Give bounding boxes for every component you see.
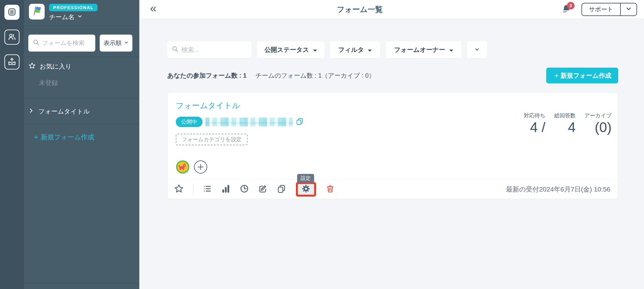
metric-value: 4 / (524, 120, 545, 134)
flag-logo-icon (31, 5, 43, 19)
copy-icon (277, 184, 286, 194)
form-group-label: フォームタイトル (38, 107, 90, 116)
status-badge: 公開中 (176, 117, 203, 127)
rail-members-button[interactable] (4, 30, 19, 45)
sidebar: PROFESSIONAL チーム名 表示順 (24, 0, 139, 289)
form-title-link[interactable]: フォームタイトル (176, 100, 240, 111)
metric-value: 4 (554, 120, 575, 134)
bell-icon (561, 9, 571, 15)
icon-rail (0, 0, 24, 289)
team-name-label: チーム名 (49, 13, 75, 21)
stats-row: あなたの参加フォーム数 : 1 チームのフォーム数 : 1（アーカイブ : 0）… (167, 68, 618, 83)
main-area: « フォーム一覧 3 サポート (139, 0, 644, 289)
dropdown-arrow-icon (368, 46, 372, 53)
star-icon (174, 184, 184, 195)
rail-forms-button[interactable] (4, 5, 19, 20)
chevron-down-icon (77, 14, 83, 21)
delete-form-button[interactable] (326, 184, 335, 194)
filter-row: 公開ステータス フィルタ フォームオーナー (167, 41, 618, 58)
filter-label: フィルタ (338, 46, 364, 54)
list-search-input[interactable] (181, 46, 248, 53)
support-button[interactable]: サポート (582, 3, 620, 15)
metric-waiting: 対応待ち 4 / (524, 112, 545, 134)
rail-inbox-button[interactable] (4, 54, 19, 69)
dropdown-arrow-icon (449, 46, 453, 53)
sidebar-bottom-divider (24, 283, 139, 283)
support-menu-button[interactable] (621, 3, 636, 15)
new-form-button[interactable]: ＋ 新規フォーム作成 (546, 68, 618, 83)
inbox-upload-icon (8, 57, 16, 67)
favorites-item[interactable]: お気に入り (28, 62, 135, 71)
metric-label: アーカイブ (584, 112, 612, 119)
member-avatar[interactable] (176, 160, 190, 174)
content: 公開ステータス フィルタ フォームオーナー (139, 19, 644, 199)
star-icon (28, 62, 36, 71)
latest-reception-label: 最新の受付2024年6月7日(金) 10:56 (506, 185, 610, 194)
collapse-sidebar-button[interactable]: « (150, 3, 158, 16)
analytics-button[interactable] (221, 184, 230, 194)
top-header: « フォーム一覧 3 サポート (139, 0, 644, 19)
new-form-button-label: 新規フォーム作成 (561, 71, 611, 80)
sidebar-new-form-label: 新規フォーム作成 (41, 133, 94, 142)
support-split-button: サポート (581, 3, 637, 16)
add-member-button[interactable] (194, 160, 208, 174)
form-counts: あなたの参加フォーム数 : 1 チームのフォーム数 : 1（アーカイブ : 0） (167, 71, 375, 80)
form-group-item[interactable]: フォームタイトル (28, 107, 135, 116)
members-icon (8, 32, 16, 42)
more-filters-button[interactable] (467, 41, 487, 58)
formrun-logo[interactable] (29, 4, 45, 19)
metric-label: 総回答数 (554, 112, 575, 119)
sort-order-button[interactable]: 表示順 (100, 35, 132, 52)
set-category-button[interactable]: フォームカテゴリを設定 (176, 134, 247, 145)
owner-filter-dropdown[interactable]: フォームオーナー (386, 41, 462, 58)
my-form-count: あなたの参加フォーム数 : 1 (167, 71, 247, 80)
metric-label: 対応待ち (524, 112, 545, 119)
favorites-label: お気に入り (40, 62, 71, 71)
search-icon (172, 46, 179, 54)
metric-archive: アーカイブ (0) (584, 112, 612, 134)
favorites-section: お気に入り 未登録 (24, 57, 139, 93)
footer-divider (193, 184, 193, 195)
member-row (176, 160, 610, 174)
clock-icon (240, 184, 249, 194)
team-form-count: チームのフォーム数 : 1（アーカイブ : 0） (255, 71, 375, 80)
status-filter-dropdown[interactable]: 公開ステータス (257, 41, 325, 58)
form-search-input[interactable] (42, 40, 92, 47)
plus-icon: ＋ (553, 71, 560, 80)
copy-url-button[interactable] (296, 117, 304, 126)
bar-chart-icon (221, 184, 230, 194)
notifications-button[interactable]: 3 (561, 4, 573, 15)
dropdown-arrow-icon (313, 46, 317, 53)
form-metrics: 対応待ち 4 / 総回答数 4 アーカイブ (0) (524, 112, 612, 134)
trash-icon (326, 184, 335, 194)
form-list-icon (8, 8, 16, 17)
sidebar-header: PROFESSIONAL チーム名 (24, 0, 139, 26)
chevron-right-icon (28, 108, 34, 115)
team-name-button[interactable]: チーム名 (49, 13, 83, 21)
history-button[interactable] (240, 184, 249, 194)
search-icon (33, 39, 40, 47)
form-search-box[interactable] (28, 35, 95, 52)
owner-filter-label: フォームオーナー (394, 46, 445, 54)
card-action-icons: 設定 (174, 182, 335, 197)
notification-count-badge: 3 (567, 2, 575, 9)
filter-dropdown[interactable]: フィルタ (330, 41, 380, 58)
metric-total: 総回答数 4 (554, 112, 575, 134)
chevron-down-icon (124, 40, 129, 47)
settings-button[interactable]: 設定 (296, 182, 316, 197)
chevron-down-icon (625, 5, 632, 13)
card-footer: 設定 最新の受付2024年6月7日(金) 10:56 (168, 179, 618, 199)
plus-circle-icon (194, 160, 208, 174)
responses-list-button[interactable] (203, 184, 212, 194)
plus-icon: ＋ (32, 132, 40, 142)
form-group-section: フォームタイトル (24, 98, 139, 124)
duplicate-form-button[interactable] (277, 184, 286, 194)
edit-icon (258, 184, 268, 194)
settings-tooltip: 設定 (297, 174, 314, 183)
edit-form-button[interactable] (258, 184, 268, 194)
sidebar-search-row: 表示順 (24, 26, 139, 52)
chevron-down-icon (474, 46, 480, 53)
list-search-box[interactable] (167, 41, 252, 58)
favorite-form-button[interactable] (174, 184, 184, 195)
sidebar-new-form-button[interactable]: ＋ 新規フォーム作成 (32, 132, 139, 142)
